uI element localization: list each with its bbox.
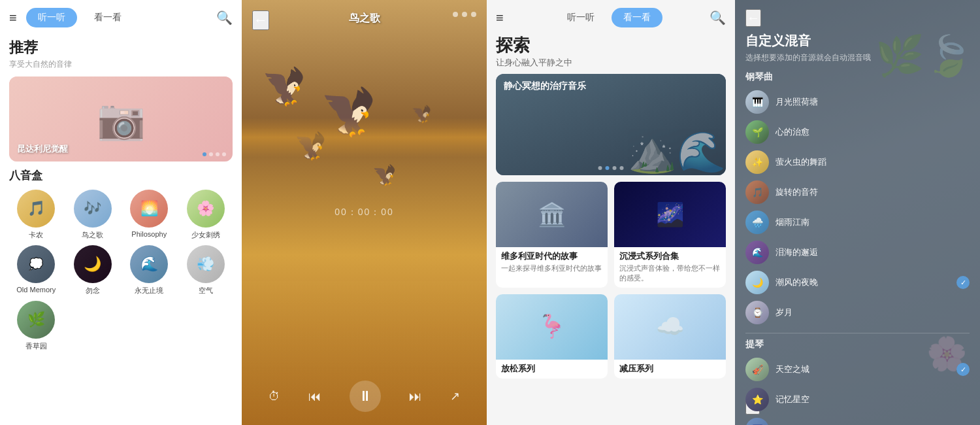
explore-grid: 🏛️ 维多利亚时代的故事 一起来探寻维多利亚时代的故事 🌌 沉浸式系列合集 沉浸… [496,182,726,379]
list-item[interactable]: 🎵 卡农 [9,190,63,240]
next-button[interactable]: ⏭ [409,389,422,404]
panel3-header: ≡ 听一听 看一看 🔍 [496,8,726,27]
card-title: 放松系列 [501,363,602,375]
panel-custom-mix: 🌿🍃 🌸 ← 自定义混音 选择想要添加的音源就会自动混音哦 钢琴曲 🎹 月光照荷… [735,0,980,425]
featured-banner[interactable]: ⛰️🌊 静心冥想的治疗音乐 [496,74,726,175]
share-button[interactable]: ↗ [450,389,460,403]
mix-avatar: 🎵 [745,180,769,204]
list-item[interactable]: 🌿 香草园 [9,301,63,351]
list-item[interactable]: 🌅 Philosophy [122,190,176,240]
menu-icon[interactable]: ≡ [496,10,504,26]
mix-avatar: ✨ [745,150,769,174]
mix-item-3[interactable]: 🎵 旋转的音符 [745,177,970,207]
search-button[interactable]: 🔍 [216,10,233,26]
mix-label: 天空之城 [776,364,950,375]
mix-avatar: ⌚ [745,301,769,324]
music-label: Old Memory [16,286,56,294]
card-image-birds: 🦩 [496,294,608,360]
mix-item-v1[interactable]: ⭐ 记忆星空 [745,384,970,415]
tab-explore-active[interactable]: 看一看 [612,8,662,27]
avatar: 💭 [17,245,55,283]
mix-item-2[interactable]: ✨ 萤火虫的舞蹈 [745,147,970,177]
music-label: 香草园 [25,341,47,351]
cat-piano: 钢琴曲 [745,71,970,83]
section-title: 推荐 [9,38,233,58]
explore-card-2[interactable]: 🦩 放松系列 [496,294,608,379]
song-title: 鸟之歌 [242,12,487,26]
tab-explore[interactable]: 看一看 [82,8,133,27]
hero-banner[interactable]: 📷 昆达利尼觉醒 [9,76,233,162]
explore-card-3[interactable]: ☁️ 减压系列 [614,294,726,379]
list-item[interactable]: 🌸 少女刺绣 [179,190,233,240]
list-item[interactable]: 🌙 勿念 [66,245,120,296]
prev-button[interactable]: ⏮ [308,389,321,404]
avatar: 🌅 [130,190,168,228]
tab-listen[interactable]: 听一听 [26,8,77,27]
list-item[interactable]: 🎶 鸟之歌 [66,190,120,240]
mix-item-5[interactable]: 🌊 泪海的邂逅 [745,237,970,267]
mix-label: 萤火虫的舞蹈 [776,156,970,168]
explore-title: 探索 [496,34,726,57]
mix-avatar: ⭐ [745,388,769,411]
card-title: 减压系列 [619,363,721,375]
mix-avatar: 🎻 [745,358,769,381]
mix-label: 记忆星空 [776,394,970,405]
mix-item-7[interactable]: ⌚ 岁月 [745,298,970,328]
card-image-sky: ☁️ [614,294,726,360]
divider [745,333,970,333]
mix-avatar: 🌙 [745,271,769,294]
card-body: 减压系列 [614,360,726,379]
card-subtitle: 沉浸式声音体验，带给您不一样的感受。 [619,264,721,284]
menu-icon[interactable]: ≡ [9,10,17,26]
mix-label: 潮风的夜晚 [776,277,950,288]
mix-label: 月光照荷塘 [776,96,970,108]
mix-label: 烟雨江南 [776,216,970,228]
explore-card-1[interactable]: 🌌 沉浸式系列合集 沉浸式声音体验，带给您不一样的感受。 [614,182,726,288]
avatar: 🌙 [74,245,112,283]
explore-card-0[interactable]: 🏛️ 维多利亚时代的故事 一起来探寻维多利亚时代的故事 [496,182,608,288]
mix-label: 泪海的邂逅 [776,246,970,258]
search-button-explore[interactable]: 🔍 [710,10,726,26]
panel-player: 🦅 🦅 🦅 🦅 🦅 ← 鸟之歌 00：00：00 ⏱ ⏮ ⏸ ⏭ ↗ [242,0,487,425]
mix-item-6[interactable]: 🌙 潮风的夜晚 ✓ [745,267,970,298]
music-label: 卡农 [29,230,43,240]
loop-button[interactable]: ⏱ [269,390,280,403]
nav-tabs: 听一听 看一看 [26,8,133,27]
play-pause-button[interactable]: ⏸ [350,381,381,412]
explore-subtitle: 让身心融入平静之中 [496,57,726,69]
music-label: Philosophy [131,230,167,238]
mix-subtitle: 选择想要添加的音源就会自动混音哦 [745,52,970,63]
mix-item-1[interactable]: 🌱 心的治愈 [745,117,970,147]
list-item[interactable]: 💨 空气 [179,245,233,296]
mix-label: 旋转的音符 [776,186,970,198]
mix-label: 心的治愈 [776,126,970,138]
mix-item-4[interactable]: 🌧️ 烟雨江南 [745,207,970,237]
mix-avatar: 🌱 [745,120,769,144]
hero-dots [203,152,226,156]
music-label: 鸟之歌 [82,230,103,240]
mix-avatar: 🌊 [745,241,769,264]
mix-check-icon: ✓ [956,363,970,376]
list-item[interactable]: 🌊 永无止境 [122,245,176,296]
mix-item-v0[interactable]: 🎻 天空之城 ✓ [745,354,970,384]
music-label: 少女刺绣 [191,230,220,240]
card-body: 维多利亚时代的故事 一起来探寻维多利亚时代的故事 [496,247,608,277]
nav-tabs: 听一听 看一看 [555,8,662,27]
panel-recommend: ≡ 听一听 看一看 🔍 推荐 享受大自然的音律 📷 昆达利尼觉醒 八音盒 🎵 卡… [0,0,242,425]
back-button-mix[interactable]: ← [745,9,761,27]
avatar: 🌸 [187,190,225,228]
timer-display: 00：00：00 [335,207,394,218]
featured-banner-title: 静心冥想的治疗音乐 [504,80,586,92]
mix-item-0[interactable]: 🎹 月光照荷塘 [745,87,970,117]
music-label: 永无止境 [135,286,163,296]
card-title: 沉浸式系列合集 [619,250,721,262]
player-dots [453,12,476,17]
card-body: 沉浸式系列合集 沉浸式声音体验，带给您不一样的感受。 [614,247,726,288]
avatar: 🌿 [17,301,55,339]
mix-title: 自定义混音 [745,32,970,50]
panel4-content: ← 自定义混音 选择想要添加的音源就会自动混音哦 钢琴曲 🎹 月光照荷塘 🌱 心… [745,9,970,425]
list-item[interactable]: 💭 Old Memory [9,245,63,296]
avatar: 🎵 [17,190,55,228]
mix-item-v2[interactable]: 🌠 流星之夜 [745,415,970,425]
tab-listen-explore[interactable]: 听一听 [555,8,606,27]
